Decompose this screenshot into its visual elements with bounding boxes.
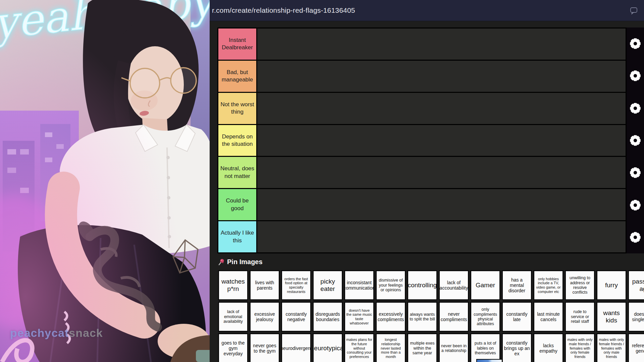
tier-drop-zone[interactable] bbox=[257, 61, 626, 92]
pin-card[interactable]: goes to the gym everyday bbox=[218, 333, 248, 362]
tier-label[interactable]: Instant Dealbreaker bbox=[218, 28, 257, 60]
pushpin-icon bbox=[218, 258, 225, 266]
pin-card[interactable]: passive ag bbox=[628, 270, 644, 300]
tier-settings-button[interactable] bbox=[627, 124, 644, 157]
pin-card-label: never compliments bbox=[440, 311, 467, 322]
pin-card[interactable]: multiple exes within the same year bbox=[407, 333, 437, 362]
tier-drop-zone[interactable] bbox=[257, 93, 626, 124]
tier-settings-button[interactable] bbox=[627, 27, 644, 60]
tier-label[interactable]: Could be good bbox=[218, 189, 257, 220]
pin-card[interactable]: constantly late bbox=[502, 302, 532, 332]
pin-card[interactable]: neurotypical bbox=[313, 333, 343, 362]
pin-card[interactable]: references gender bbox=[628, 333, 644, 362]
pin-card[interactable]: controlling bbox=[407, 270, 437, 300]
pin-card[interactable]: excessive jealousy bbox=[250, 302, 280, 332]
pin-card-label: lack of accountability bbox=[440, 280, 468, 291]
tier-settings-button[interactable] bbox=[627, 189, 644, 221]
pin-card[interactable]: neurodivergent bbox=[281, 333, 311, 362]
pin-card[interactable]: inconsistant communication bbox=[344, 270, 374, 300]
pin-card-label: lack of emotional availability bbox=[220, 309, 247, 324]
pin-card[interactable]: lack of emotional availability bbox=[218, 302, 248, 332]
pin-card-label: last minute cancels bbox=[535, 311, 562, 322]
pin-card[interactable]: never been in a relationship bbox=[439, 333, 469, 362]
pin-card-label: lives with parents bbox=[251, 280, 278, 291]
tier-row-5: Could be good bbox=[218, 189, 626, 220]
pin-card[interactable]: puts a lot of lables on themselves bbox=[470, 333, 500, 362]
tier-label[interactable]: Bad, but manageable bbox=[218, 61, 257, 92]
pin-card[interactable]: always wants to split the bill bbox=[407, 302, 437, 332]
gear-icon bbox=[629, 231, 641, 243]
pin-card[interactable]: males with only female friends / females… bbox=[596, 333, 627, 362]
pin-card[interactable]: last minute cancels bbox=[533, 302, 564, 332]
pin-card-label: constantly late bbox=[503, 311, 530, 322]
pin-card-label: wants kids bbox=[598, 309, 625, 324]
pin-card[interactable]: males with only male friends / females w… bbox=[565, 333, 595, 362]
pin-card-label: makes plans for the future without consu… bbox=[346, 338, 373, 359]
pin-card[interactable]: makes plans for the future without consu… bbox=[344, 333, 374, 362]
tier-settings-button[interactable] bbox=[627, 157, 644, 189]
pin-card[interactable]: unwilling to address or resolve conflict… bbox=[565, 270, 595, 300]
pin-card[interactable]: rude to service or retail staff bbox=[565, 302, 595, 332]
pin-card[interactable]: only compliments physical attributes bbox=[470, 302, 500, 332]
pin-card-label: furry bbox=[605, 282, 618, 289]
browser-url-bar[interactable]: r.com/create/relationship-red-flags-1613… bbox=[210, 0, 644, 21]
tier-row-3: Depends on the situation bbox=[218, 125, 626, 156]
pin-card-label: has a mental disorder bbox=[503, 277, 530, 293]
pin-card[interactable]: orders the fast food option at specialty… bbox=[281, 270, 311, 300]
pin-card[interactable]: never goes to the gym bbox=[250, 333, 280, 362]
tier-settings-button[interactable] bbox=[627, 92, 644, 124]
comment-bubble-icon[interactable] bbox=[630, 7, 638, 14]
tier-label[interactable]: Depends on the situation bbox=[218, 125, 257, 156]
pin-card[interactable]: picky eater bbox=[313, 270, 343, 300]
pin-card[interactable]: lack of accountability bbox=[439, 270, 469, 300]
pin-card-label: does not single clos bbox=[630, 311, 644, 322]
pin-card[interactable]: dismissive of your feelings or opinions bbox=[376, 270, 406, 300]
pin-card[interactable]: Gamer bbox=[470, 270, 500, 300]
pin-card-label: excessive jealousy bbox=[251, 311, 278, 322]
tier-settings-column bbox=[627, 27, 644, 253]
pin-card[interactable]: lacks empathy bbox=[533, 333, 564, 362]
partial-image-card[interactable] bbox=[476, 359, 502, 362]
tier-drop-zone[interactable] bbox=[257, 189, 626, 220]
tier-row-1: Bad, but manageable bbox=[218, 61, 626, 92]
pin-card-label: inconsistant communication bbox=[344, 280, 374, 291]
pin-card[interactable]: furry bbox=[596, 270, 627, 300]
pin-card[interactable]: constantly brings up an ex bbox=[502, 333, 532, 362]
pin-card-label: controlling bbox=[408, 282, 437, 289]
pin-card[interactable]: wants kids bbox=[596, 302, 627, 332]
pin-card-label: doesn't have the same music taste whatso… bbox=[346, 308, 373, 325]
pin-card[interactable]: longest relationship never lasted more t… bbox=[376, 333, 406, 362]
pin-card[interactable]: only hobbies include a TV, video game, o… bbox=[533, 270, 564, 300]
tier-row-0: Instant Dealbreaker bbox=[218, 28, 626, 60]
pin-card[interactable]: lives with parents bbox=[250, 270, 280, 300]
pin-card[interactable]: never compliments bbox=[439, 302, 469, 332]
webcam-video: yeah baby yeah baby bbox=[0, 0, 210, 362]
pin-card-label: males with only male friends / females w… bbox=[567, 338, 593, 359]
webcam-scene: yeah baby yeah baby bbox=[0, 0, 210, 362]
tier-drop-zone[interactable] bbox=[257, 157, 626, 188]
pin-card[interactable]: doesn't have the same music taste whatso… bbox=[344, 302, 374, 332]
pin-card-label: lacks empathy bbox=[535, 343, 562, 354]
tier-row-6: Actually I like this bbox=[218, 221, 626, 252]
url-text[interactable]: r.com/create/relationship-red-flags-1613… bbox=[212, 6, 355, 14]
pin-card[interactable]: disreguards boundaries bbox=[313, 302, 343, 332]
pin-card-label: disreguards boundaries bbox=[314, 311, 341, 322]
tier-settings-button[interactable] bbox=[627, 221, 644, 253]
pin-card[interactable]: excessively compliments bbox=[376, 302, 406, 332]
pin-card[interactable]: does not single clos bbox=[628, 302, 644, 332]
tier-grid: Instant Dealbreaker Bad, but manageable … bbox=[217, 27, 627, 253]
tier-drop-zone[interactable] bbox=[257, 221, 626, 252]
pin-card[interactable]: watches p*rn bbox=[218, 270, 248, 300]
tier-drop-zone[interactable] bbox=[257, 28, 626, 60]
pin-card-label: passive ag bbox=[630, 278, 644, 293]
tier-drop-zone[interactable] bbox=[257, 125, 626, 156]
tier-label[interactable]: Actually I like this bbox=[218, 221, 257, 252]
tier-label[interactable]: Neutral, does not matter bbox=[218, 157, 257, 188]
tier-settings-button[interactable] bbox=[627, 60, 644, 92]
tier-label[interactable]: Not the worst thing bbox=[218, 93, 257, 124]
pin-card[interactable]: constantly negative bbox=[281, 302, 311, 332]
pin-card-grid: watches p*rn lives with parents orders t… bbox=[218, 270, 644, 362]
pin-card-label: males with only female friends / females… bbox=[598, 338, 625, 359]
pin-card[interactable]: has a mental disorder bbox=[502, 270, 532, 300]
pin-card-label: constantly negative bbox=[283, 311, 310, 322]
